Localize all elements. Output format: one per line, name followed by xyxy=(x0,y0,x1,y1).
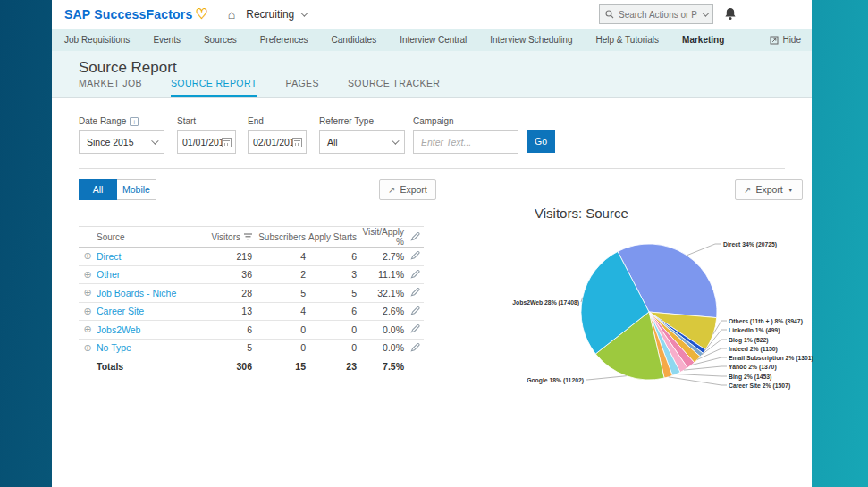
chevron-down-icon xyxy=(151,137,158,144)
referrer-type-select[interactable]: All xyxy=(319,130,405,154)
filter-funnel-icon[interactable] xyxy=(244,233,252,240)
subscribers-value: 5 xyxy=(254,288,308,298)
row-settings-wrench-icon[interactable] xyxy=(406,250,424,262)
apply-starts-value: 5 xyxy=(308,288,358,298)
info-icon[interactable]: i xyxy=(130,117,139,126)
expand-row-icon[interactable]: ⊕ xyxy=(79,269,97,281)
end-date-input[interactable] xyxy=(248,130,307,154)
col-source[interactable]: Source xyxy=(97,232,195,242)
table-body: ⊕Direct219462.7%⊕Other362311.1%⊕Job Boar… xyxy=(79,248,424,357)
visit-apply-value: 32.1% xyxy=(358,288,406,298)
filter-bar: Date Rangei Since 2015 Start End Referre… xyxy=(52,98,812,168)
hide-button[interactable]: Hide xyxy=(770,29,801,51)
nav-item-marketing[interactable]: Marketing xyxy=(682,35,724,45)
expand-row-icon[interactable]: ⊕ xyxy=(79,323,97,335)
sap-successfactors-logo: SAP SuccessFactors ♡ xyxy=(64,7,208,21)
table-row: ⊕Job Boards - Niche285532.1% xyxy=(79,284,424,303)
export-menu-button[interactable]: ↗ Export ▼ xyxy=(735,179,803,200)
pie-leader-line xyxy=(687,244,721,256)
end-date-value[interactable] xyxy=(253,137,292,147)
col-apply-starts[interactable]: Apply Starts xyxy=(308,232,358,242)
campaign-label: Campaign xyxy=(413,116,454,126)
referrer-type-value: All xyxy=(327,137,338,147)
col-visit-apply[interactable]: Visit/Apply % xyxy=(358,227,406,247)
filter-all-button[interactable]: All xyxy=(79,179,117,200)
source-link[interactable]: No Type xyxy=(97,342,195,353)
nav-item-interview-scheduling[interactable]: Interview Scheduling xyxy=(490,35,572,45)
expand-row-icon[interactable]: ⊕ xyxy=(79,250,97,262)
visitors-source-pie-chart: Direct 34% (20725)Others (11th + ) 8% (3… xyxy=(504,204,817,405)
calendar-icon[interactable] xyxy=(222,138,232,147)
nav-item-help-tutorials[interactable]: Help & Tutorials xyxy=(595,35,659,45)
expand-row-icon[interactable]: ⊕ xyxy=(79,306,97,317)
source-link[interactable]: Job Boards - Niche xyxy=(97,288,195,298)
start-date-field: Start xyxy=(177,116,236,154)
export-arrow-icon: ↗ xyxy=(744,185,751,195)
tab-source-tracker[interactable]: SOURCE TRACKER xyxy=(348,78,440,97)
expand-row-icon[interactable]: ⊕ xyxy=(79,287,97,298)
notifications-bell-icon[interactable] xyxy=(724,7,737,24)
totals-label: Totals xyxy=(97,361,195,372)
filter-mobile-button[interactable]: Mobile xyxy=(117,179,156,200)
col-visitors[interactable]: Visitors xyxy=(195,232,254,242)
totals-visit-apply: 7.5% xyxy=(358,361,406,372)
nav-item-sources[interactable]: Sources xyxy=(204,35,237,45)
page-title: Source Report xyxy=(79,59,177,77)
search-input[interactable] xyxy=(619,10,697,20)
pie-leader-line xyxy=(677,374,727,377)
chevron-down-icon xyxy=(300,9,308,16)
visitors-value: 6 xyxy=(195,324,254,335)
end-date-field: End xyxy=(248,116,307,154)
source-link[interactable]: Other xyxy=(97,269,195,280)
pie-label-indeed: Indeed 2% (1150) xyxy=(729,346,778,353)
nav-item-candidates[interactable]: Candidates xyxy=(332,35,377,45)
pie-label-google: Google 18% (11202) xyxy=(527,377,584,384)
source-link[interactable]: Direct xyxy=(97,251,195,262)
col-subscribers[interactable]: Subscribers xyxy=(254,232,308,242)
visitors-value: 36 xyxy=(195,269,254,280)
module-switcher[interactable]: Recruiting xyxy=(246,8,306,21)
visit-apply-value: 2.6% xyxy=(358,306,406,316)
expand-row-icon[interactable]: ⊕ xyxy=(79,342,97,354)
tab-pages[interactable]: PAGES xyxy=(286,78,319,97)
row-settings-wrench-icon[interactable] xyxy=(406,342,424,354)
row-settings-wrench-icon[interactable] xyxy=(406,306,424,317)
pie-label-jobs2web: Jobs2Web 28% (17408) xyxy=(512,299,579,306)
nav-item-events[interactable]: Events xyxy=(153,35,181,45)
nav-item-preferences[interactable]: Preferences xyxy=(260,35,308,45)
subscribers-value: 0 xyxy=(254,324,308,335)
export-button[interactable]: ↗ Export xyxy=(379,179,436,200)
campaign-input[interactable] xyxy=(421,137,510,147)
calendar-icon[interactable] xyxy=(292,138,302,147)
end-label: End xyxy=(248,116,264,126)
campaign-input-box[interactable] xyxy=(413,130,518,154)
start-date-input[interactable] xyxy=(177,130,236,154)
visitors-value: 5 xyxy=(195,342,254,353)
row-settings-wrench-icon[interactable] xyxy=(406,269,424,281)
table-header-row: Source Visitors Subscribers Apply Starts… xyxy=(79,226,424,248)
tab-source-report[interactable]: SOURCE REPORT xyxy=(171,78,257,97)
row-settings-wrench-icon[interactable] xyxy=(406,287,424,298)
go-button[interactable]: Go xyxy=(527,130,555,153)
visitors-value: 28 xyxy=(195,288,254,298)
referrer-type-label: Referrer Type xyxy=(319,116,374,126)
export-arrow-icon: ↗ xyxy=(388,185,395,195)
source-link[interactable]: Career Site xyxy=(97,306,195,316)
settings-wrench-icon[interactable] xyxy=(406,231,424,243)
totals-apply-starts: 23 xyxy=(308,361,358,372)
tab-market-job[interactable]: MARKET JOB xyxy=(79,78,142,97)
hide-label: Hide xyxy=(782,35,801,45)
row-settings-wrench-icon[interactable] xyxy=(406,323,424,335)
date-range-select[interactable]: Since 2015 xyxy=(79,130,164,154)
source-link[interactable]: Jobs2Web xyxy=(97,324,195,335)
pie-label-blog: Blog 1% (522) xyxy=(729,337,769,344)
global-search[interactable] xyxy=(599,4,713,24)
home-icon[interactable]: ⌂ xyxy=(228,7,235,21)
nav-item-interview-central[interactable]: Interview Central xyxy=(400,35,467,45)
date-range-field: Date Rangei Since 2015 xyxy=(79,116,164,154)
start-date-value[interactable] xyxy=(182,137,222,147)
nav-item-job-requisitions[interactable]: Job Requisitions xyxy=(64,35,130,45)
top-bar: SAP SuccessFactors ♡ ⌂ Recruiting xyxy=(52,0,812,29)
source-report-table: Source Visitors Subscribers Apply Starts… xyxy=(79,226,424,375)
module-name: Recruiting xyxy=(246,8,294,21)
